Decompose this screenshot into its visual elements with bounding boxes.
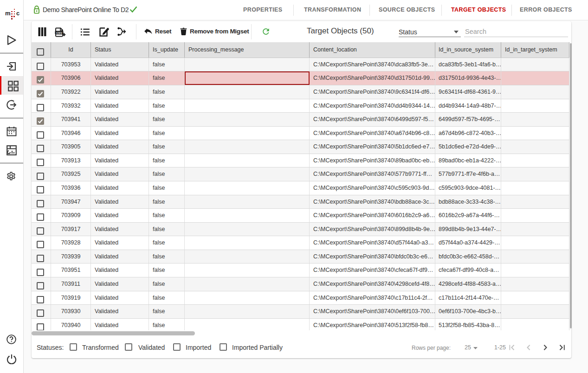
svg-text:CSV: CSV xyxy=(56,31,63,34)
